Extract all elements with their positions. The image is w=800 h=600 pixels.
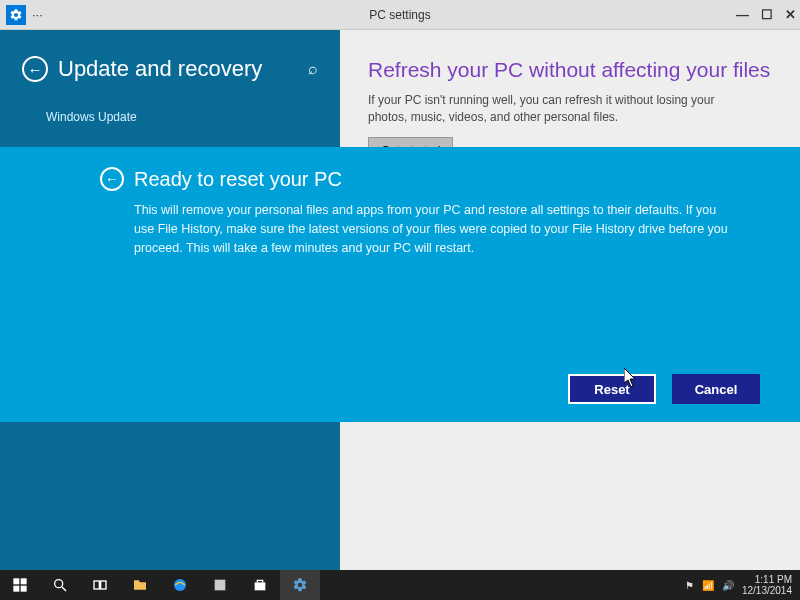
window-controls: — ☐ ✕	[736, 7, 796, 22]
svg-rect-1	[21, 578, 27, 584]
sidebar-header: ← Update and recovery ⌕	[22, 56, 318, 82]
taskbar-settings-icon[interactable]	[280, 570, 320, 600]
system-tray: ⚑ 📶 🔊 1:11 PM 12/13/2014	[685, 574, 800, 597]
refresh-body: If your PC isn't running well, you can r…	[368, 92, 748, 127]
clock-date: 12/13/2014	[742, 585, 792, 597]
window-title: PC settings	[369, 8, 430, 22]
svg-rect-0	[13, 578, 19, 584]
svg-line-5	[62, 587, 66, 591]
svg-point-4	[55, 580, 63, 588]
start-button[interactable]	[0, 570, 40, 600]
taskbar-clock[interactable]: 1:11 PM 12/13/2014	[742, 574, 792, 597]
svg-rect-7	[101, 581, 106, 589]
cancel-button[interactable]: Cancel	[672, 374, 760, 404]
dialog-body: This will remove your personal files and…	[134, 201, 734, 257]
tray-flag-icon[interactable]: ⚑	[685, 580, 694, 591]
sidebar-item-windows-update[interactable]: Windows Update	[46, 110, 318, 124]
tray-volume-icon[interactable]: 🔊	[722, 580, 734, 591]
reset-pc-dialog: ← Ready to reset your PC This will remov…	[0, 147, 800, 422]
taskbar-search-icon[interactable]	[40, 570, 80, 600]
dialog-back-icon[interactable]: ←	[100, 167, 124, 191]
reset-button[interactable]: Reset	[568, 374, 656, 404]
tray-network-icon[interactable]: 📶	[702, 580, 714, 591]
clock-time: 1:11 PM	[742, 574, 792, 586]
dialog-buttons: Reset Cancel	[568, 374, 760, 404]
taskbar: ⚑ 📶 🔊 1:11 PM 12/13/2014	[0, 570, 800, 600]
svg-rect-3	[21, 586, 27, 592]
svg-rect-2	[13, 586, 19, 592]
internet-explorer-icon[interactable]	[160, 570, 200, 600]
maximize-button[interactable]: ☐	[761, 7, 773, 22]
settings-app-icon	[6, 5, 26, 25]
minimize-button[interactable]: —	[736, 7, 749, 22]
taskbar-app-icon[interactable]	[200, 570, 240, 600]
back-arrow-icon[interactable]: ←	[22, 56, 48, 82]
svg-rect-6	[94, 581, 99, 589]
store-icon[interactable]	[240, 570, 280, 600]
dialog-heading: Ready to reset your PC	[134, 168, 342, 191]
svg-rect-9	[215, 580, 226, 591]
search-icon[interactable]: ⌕	[308, 60, 318, 78]
task-view-icon[interactable]	[80, 570, 120, 600]
close-button[interactable]: ✕	[785, 7, 796, 22]
titlebar: ··· PC settings — ☐ ✕	[0, 0, 800, 30]
titlebar-menu-dots[interactable]: ···	[32, 7, 43, 22]
pc-settings-window: ··· PC settings — ☐ ✕ ← Update and recov…	[0, 0, 800, 600]
refresh-heading: Refresh your PC without affecting your f…	[368, 58, 772, 82]
sidebar-heading: Update and recovery	[58, 56, 262, 82]
file-explorer-icon[interactable]	[120, 570, 160, 600]
